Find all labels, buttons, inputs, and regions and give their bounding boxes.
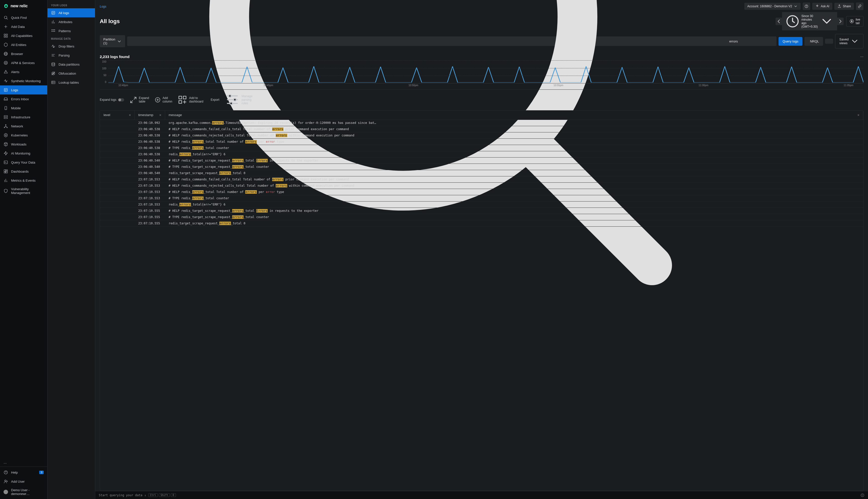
x-tick: 11:05pm xyxy=(844,84,853,88)
nav-add-user[interactable]: Add User xyxy=(0,477,47,486)
nav-all-entities[interactable]: All Entities xyxy=(0,40,47,49)
nav-dashboards[interactable]: Dashboards xyxy=(0,167,47,176)
nav-errors-inbox[interactable]: Errors Inbox xyxy=(0,95,47,104)
nav-synthetic-monitoring[interactable]: Synthetic Monitoring xyxy=(0,76,47,85)
nav-mobile[interactable]: Mobile xyxy=(0,104,47,112)
nav-demo-user-demonewr-[interactable]: Demo User - demonewr… xyxy=(0,486,47,498)
timerange-prev[interactable] xyxy=(775,17,782,25)
svg-point-12 xyxy=(4,61,8,64)
log-row[interactable]: 23:07:10.555# TYPE redis_target_scrape_r… xyxy=(100,214,863,220)
help-button[interactable] xyxy=(803,2,810,10)
nav-metrics-events[interactable]: Metrics & Events xyxy=(0,176,47,185)
cell-level xyxy=(100,158,135,163)
log-row[interactable]: 23:07:10.555# HELP redis_target_scrape_r… xyxy=(100,208,863,214)
nav-logs[interactable]: Logs xyxy=(0,85,47,95)
help-icon xyxy=(3,470,8,475)
remove-column-button[interactable]: × xyxy=(857,113,859,117)
timerange-selector[interactable]: Since 30 minutes ago (GMT+5:30) xyxy=(782,12,838,31)
log-row[interactable]: 23:06:40.538# HELP redis_commands_failed… xyxy=(100,126,863,132)
subnav-patterns[interactable]: Patterns xyxy=(48,26,95,35)
logs-count: 2,233 logs found xyxy=(100,54,860,59)
nav-network[interactable]: Network xyxy=(0,122,47,131)
footer-prompt[interactable]: Start querying your data xyxy=(99,494,142,497)
log-chart[interactable]: 150100500 10:40pm10:45pm10:50pm10:55pm11… xyxy=(100,60,864,88)
log-row[interactable]: 23:06:10.992org.apache.kafka.common.erro… xyxy=(100,120,863,126)
nav-help[interactable]: Help3 xyxy=(0,468,47,477)
info-icon[interactable] xyxy=(860,493,865,497)
bars-icon xyxy=(51,20,56,24)
subnav-attributes[interactable]: Attributes xyxy=(48,17,95,26)
breadcrumb[interactable]: Logs xyxy=(100,5,106,8)
column-header-message[interactable]: message × xyxy=(165,111,863,120)
nav-workloads[interactable]: Workloads xyxy=(0,140,47,149)
subnav-drop-filters[interactable]: Drop filters xyxy=(48,42,95,51)
log-row[interactable]: 23:06:40.538redis_errors_total{err="ERR"… xyxy=(100,151,863,158)
timerange-next[interactable] xyxy=(837,17,844,25)
subnav-parsing[interactable]: Parsing xyxy=(48,51,95,60)
nav-infrastructure[interactable]: Infrastructure xyxy=(0,112,47,122)
nav-quick-find[interactable]: Quick Find xyxy=(0,13,47,22)
log-row[interactable]: 23:06:40.540redis_target_scrape_request_… xyxy=(100,170,863,177)
nav-alerts[interactable]: Alerts xyxy=(0,67,47,76)
subnav-all-logs[interactable]: All logs xyxy=(48,8,95,17)
add-to-dashboard-button[interactable]: Add to dashboard xyxy=(178,95,203,105)
log-row[interactable]: 23:06:40.540# TYPE redis_target_scrape_r… xyxy=(100,164,863,170)
subnav-obfuscation[interactable]: Obfuscation xyxy=(48,69,95,78)
live-tail-button[interactable]: live tail xyxy=(846,16,864,27)
subnav-lookup-tables[interactable]: Lookup tables xyxy=(48,78,95,87)
search-box xyxy=(127,36,777,46)
alerts-button[interactable] xyxy=(825,39,833,44)
remove-column-button[interactable]: × xyxy=(129,113,131,117)
toggle-switch[interactable] xyxy=(118,98,124,101)
column-header-level[interactable]: level × xyxy=(100,111,135,120)
copy-link-button[interactable] xyxy=(856,2,864,10)
nav-ai-monitoring[interactable]: AI Monitoring xyxy=(0,149,47,158)
nav-more[interactable]: … xyxy=(0,458,47,466)
cell-timestamp: 23:07:10.553 xyxy=(135,195,165,201)
manage-parsing-button[interactable]: Manage parsing rules xyxy=(225,92,256,107)
nav-browser[interactable]: Browser xyxy=(0,49,47,58)
cell-timestamp: 23:06:40.540 xyxy=(135,158,165,163)
expand-table-button[interactable]: Expand table xyxy=(130,96,149,104)
query-logs-button[interactable]: Query logs xyxy=(779,37,803,46)
log-row[interactable]: 23:07:10.553redis_errors_total{err="ERR"… xyxy=(100,202,863,208)
log-row[interactable]: 23:07:10.553# HELP redis_commands_reject… xyxy=(100,183,863,189)
logo[interactable]: new relic xyxy=(0,0,47,12)
cell-timestamp: 23:06:40.538 xyxy=(135,139,165,145)
svg-rect-63 xyxy=(51,81,55,84)
ask-ai-button[interactable]: Ask AI xyxy=(812,3,832,10)
nrql-button[interactable]: NRQL xyxy=(804,37,823,46)
nav-add-data[interactable]: Add Data xyxy=(0,22,47,31)
log-row[interactable]: 23:06:40.540# HELP redis_target_scrape_r… xyxy=(100,158,863,164)
log-row[interactable]: 23:07:10.553# HELP redis_commands_failed… xyxy=(100,177,863,183)
remove-column-button[interactable]: × xyxy=(159,113,161,117)
log-row[interactable]: 23:07:10.553# HELP redis_errors_total To… xyxy=(100,189,863,195)
nav-query-your-data[interactable]: Query Your Data xyxy=(0,158,47,167)
log-row[interactable]: 23:07:10.553# TYPE redis_errors_total co… xyxy=(100,195,863,202)
log-row[interactable]: 23:06:40.538# TYPE redis_errors_total co… xyxy=(100,145,863,151)
nav-all-capabilities[interactable]: All Capabilities xyxy=(0,31,47,40)
account-selector[interactable]: Account: 1606862 - Demotron V2 xyxy=(744,3,800,10)
share-button[interactable]: Share xyxy=(834,3,854,10)
svg-point-59 xyxy=(52,63,55,64)
log-row[interactable]: 23:07:10.555redis_target_scrape_request_… xyxy=(100,220,863,227)
nav2-section-title: YOUR LOGS xyxy=(48,2,95,8)
column-header-timestamp[interactable]: timestamp × xyxy=(135,111,165,120)
subnav-data-partitions[interactable]: Data partitions xyxy=(48,60,95,69)
nav-label: All Capabilities xyxy=(11,34,33,38)
chart-more-button[interactable]: ⋯ xyxy=(860,55,864,59)
svg-line-76 xyxy=(134,97,136,99)
add-column-button[interactable]: Add column xyxy=(155,96,172,103)
svg-point-94 xyxy=(863,495,863,495)
nav-kubernetes[interactable]: Kubernetes xyxy=(0,131,47,140)
expand-logs-toggle[interactable]: Expand logs xyxy=(100,98,124,101)
nav-apm-services[interactable]: APM & Services xyxy=(0,58,47,67)
nav-vulnerability-management[interactable]: Vulnerability Management xyxy=(0,185,47,197)
svg-rect-4 xyxy=(4,34,5,35)
search-input[interactable] xyxy=(729,39,771,43)
saved-views-button[interactable]: Saved views xyxy=(835,34,864,48)
export-button[interactable]: Export xyxy=(209,98,219,101)
log-row[interactable]: 23:06:40.538# HELP redis_commands_reject… xyxy=(100,132,863,139)
partition-selector[interactable]: Partition (1) xyxy=(100,35,125,47)
log-row[interactable]: 23:06:40.538# HELP redis_errors_total To… xyxy=(100,139,863,145)
